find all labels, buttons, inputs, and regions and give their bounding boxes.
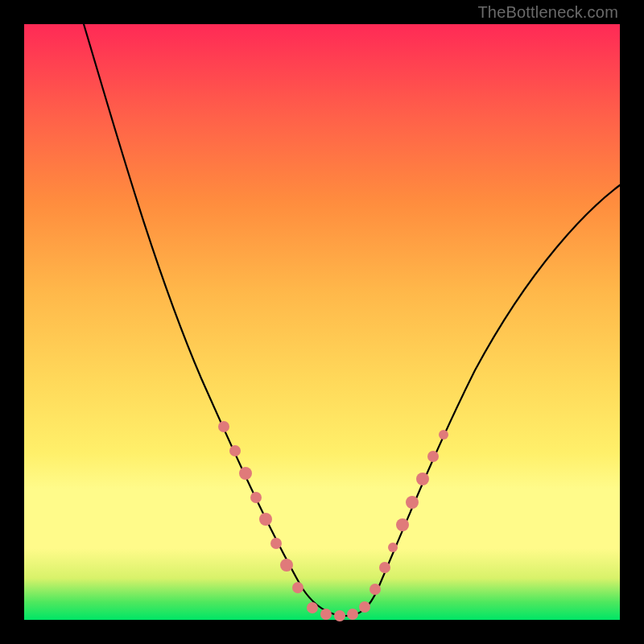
svg-point-18: [416, 473, 429, 485]
svg-point-12: [359, 601, 370, 613]
svg-point-15: [388, 543, 398, 552]
svg-point-4: [259, 513, 272, 526]
svg-point-1: [229, 445, 241, 456]
svg-point-19: [427, 451, 439, 462]
curve-svg: [24, 24, 620, 620]
svg-point-17: [406, 496, 419, 509]
svg-point-6: [280, 559, 293, 572]
svg-point-8: [307, 602, 318, 613]
bottleneck-curve: [84, 24, 620, 616]
svg-point-9: [320, 609, 332, 620]
svg-point-3: [250, 492, 262, 503]
svg-point-2: [239, 467, 252, 480]
beads-right: [369, 430, 448, 595]
svg-point-14: [379, 562, 390, 573]
svg-point-5: [270, 538, 282, 549]
svg-point-20: [439, 430, 448, 440]
plot-area: [24, 24, 620, 620]
watermark-text: TheBottleneck.com: [477, 3, 618, 22]
svg-point-7: [292, 582, 303, 593]
svg-point-10: [334, 610, 345, 621]
svg-point-11: [347, 609, 358, 620]
svg-point-16: [396, 518, 409, 531]
svg-point-0: [218, 421, 229, 432]
svg-point-13: [369, 584, 381, 595]
chart-frame: TheBottleneck.com: [0, 0, 644, 644]
